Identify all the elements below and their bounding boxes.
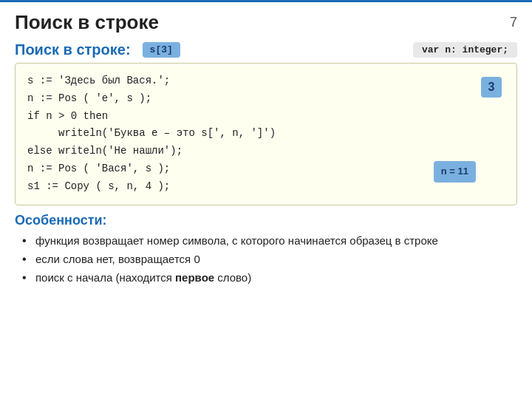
badge-var: var n: integer; xyxy=(413,42,517,58)
list-item-3-text-after: слово) xyxy=(214,271,251,284)
list-item-2-text: если слова нет, возвращается 0 xyxy=(35,253,200,265)
features-title: Особенности: xyxy=(15,213,517,228)
code-line-7: s1 := Copy ( s, n, 4 ); xyxy=(27,178,505,196)
features-list: функция возвращает номер символа, с кото… xyxy=(22,233,517,285)
float-badge-3: 3 xyxy=(481,77,502,98)
features-section: Особенности: функция возвращает номер си… xyxy=(0,205,532,285)
code-line-4: writeln('Буква e – это s[', n, ']') xyxy=(27,125,505,143)
float-badge-n11: n = 11 xyxy=(434,161,476,182)
top-row: Поиск в строке: s[3] var n: integer; xyxy=(0,38,532,63)
badge-s3: s[3] xyxy=(143,42,180,58)
code-line-2: n := Pos ( 'e', s ); xyxy=(27,90,505,108)
list-item-3-bold: первое xyxy=(175,271,214,284)
list-item-1: функция возвращает номер символа, с кото… xyxy=(22,233,517,248)
slide-number: 7 xyxy=(510,15,517,30)
list-item-1-text: функция возвращает номер символа, с кото… xyxy=(35,234,438,247)
code-block: s := 'Здесь был Вася.'; n := Pos ( 'e', … xyxy=(15,63,517,205)
list-item-2: если слова нет, возвращается 0 xyxy=(22,251,517,267)
code-line-5: else writeln('Не нашли'); xyxy=(27,143,505,160)
slide: Поиск в строке 7 Поиск в строке: s[3] va… xyxy=(0,0,532,399)
code-line-3: if n > 0 then xyxy=(27,108,505,126)
slide-title: Поиск в строке xyxy=(15,11,159,34)
section-label: Поиск в строке: xyxy=(15,41,131,58)
list-item-3: поиск с начала (находится первое слово) xyxy=(22,270,517,285)
code-line-1: s := 'Здесь был Вася.'; xyxy=(27,72,505,90)
list-item-3-text-before: поиск с начала (находится xyxy=(35,271,175,284)
header: Поиск в строке 7 xyxy=(0,2,532,38)
